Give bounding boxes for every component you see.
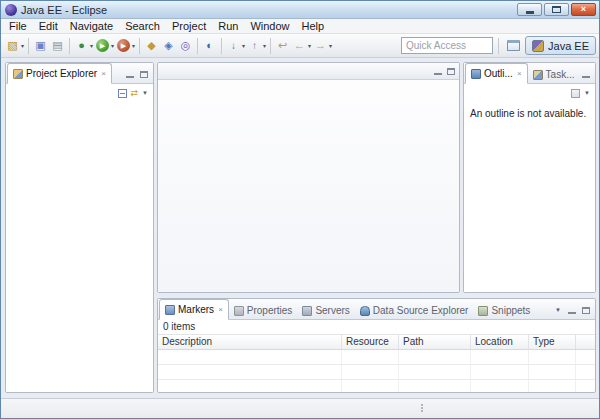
close-tab-icon[interactable]: × xyxy=(218,306,223,314)
new-wizard-button[interactable]: ▧ ▾ xyxy=(4,36,25,55)
next-annotation-icon: ↓ xyxy=(226,38,241,53)
close-tab-icon[interactable]: × xyxy=(101,70,106,78)
maximize-icon xyxy=(552,6,561,13)
table-cell xyxy=(576,380,595,392)
titlebar: Java EE - Eclipse × xyxy=(1,1,599,19)
save-button[interactable]: ▣ xyxy=(32,36,49,55)
menu-navigate[interactable]: Navigate xyxy=(64,19,119,34)
table-cell xyxy=(342,380,399,392)
debug-icon: ● xyxy=(74,38,89,53)
maximize-view-button[interactable] xyxy=(579,304,592,316)
chevron-down-icon: ▾ xyxy=(329,42,332,49)
forward-icon: → xyxy=(313,38,328,53)
tab-snippets-label: Snippets xyxy=(491,305,530,316)
outline-tabbar: Outli... × Task... xyxy=(464,63,595,84)
menu-help[interactable]: Help xyxy=(296,19,331,34)
project-explorer-panel: Project Explorer × ⇄ ▼ xyxy=(5,62,154,393)
maximize-button[interactable] xyxy=(544,3,569,16)
editor-header xyxy=(158,63,459,80)
view-menu-icon[interactable]: ▼ xyxy=(142,90,148,96)
maximize-view-icon xyxy=(582,307,590,314)
view-header-buttons: ▼ xyxy=(555,304,594,319)
view-menu-icon[interactable]: ▼ xyxy=(555,307,561,313)
markers-icon xyxy=(165,305,175,315)
outline-panel: Outli... × Task... ▼ An outline is not a… xyxy=(463,62,596,293)
tab-markers[interactable]: Markers × xyxy=(159,299,229,320)
markers-panel: Markers × Properties Servers Data Source… xyxy=(157,298,596,393)
new-servlet-button[interactable]: ◎ xyxy=(177,36,194,55)
table-cell xyxy=(576,350,595,364)
menu-edit[interactable]: Edit xyxy=(33,19,64,34)
menu-bar: File Edit Navigate Search Project Run Wi… xyxy=(1,19,599,34)
outline-toolbar-icon[interactable] xyxy=(571,89,580,98)
tab-snippets[interactable]: Snippets xyxy=(473,302,535,319)
new-dynamic-web-project-icon: ◈ xyxy=(161,38,176,53)
minimize-view-button[interactable] xyxy=(123,68,136,80)
workbench: Project Explorer × ⇄ ▼ xyxy=(1,58,599,398)
column-header-type[interactable]: Type xyxy=(529,335,576,349)
minimize-view-button[interactable] xyxy=(565,304,578,316)
column-header-resource[interactable]: Resource xyxy=(342,335,399,349)
run-button[interactable]: ▶ ▾ xyxy=(94,36,115,55)
search-button[interactable]: ◐ xyxy=(201,36,218,55)
new-dynamic-web-project-button[interactable]: ◈ xyxy=(160,36,177,55)
close-tab-icon[interactable]: × xyxy=(517,70,522,78)
previous-annotation-button[interactable]: ↑ ▾ xyxy=(246,36,267,55)
run-icon: ▶ xyxy=(96,39,109,52)
view-menu-icon[interactable]: ▼ xyxy=(584,90,590,96)
tab-outline[interactable]: Outli... × xyxy=(465,63,528,84)
menu-window[interactable]: Window xyxy=(244,19,295,34)
tab-project-explorer[interactable]: Project Explorer × xyxy=(7,63,112,84)
column-header-description[interactable]: Description xyxy=(158,335,342,349)
back-button[interactable]: ← ▾ xyxy=(291,36,312,55)
chevron-down-icon: ▾ xyxy=(90,42,93,49)
menu-run[interactable]: Run xyxy=(212,19,244,34)
tab-servers[interactable]: Servers xyxy=(297,302,354,319)
quick-access-input[interactable] xyxy=(401,37,493,54)
open-perspective-icon xyxy=(507,40,520,51)
sash-grip[interactable] xyxy=(421,404,423,412)
table-row xyxy=(158,365,595,380)
minimize-view-button[interactable] xyxy=(579,68,592,80)
new-ejb-project-button[interactable]: ◆ xyxy=(143,36,160,55)
tab-data-source-explorer[interactable]: Data Source Explorer xyxy=(355,302,474,319)
maximize-view-button[interactable] xyxy=(444,65,457,77)
menu-search[interactable]: Search xyxy=(119,19,166,34)
forward-button[interactable]: → ▾ xyxy=(312,36,333,55)
link-with-editor-icon[interactable]: ⇄ xyxy=(131,89,139,98)
minimize-button[interactable] xyxy=(517,3,542,16)
minimize-view-icon xyxy=(582,76,590,78)
table-cell xyxy=(471,350,529,364)
column-header-location[interactable]: Location xyxy=(471,335,529,349)
toolbar-separator xyxy=(221,38,222,54)
outline-toolbar: ▼ xyxy=(464,84,595,102)
tab-properties[interactable]: Properties xyxy=(229,302,298,319)
column-header-path[interactable]: Path xyxy=(399,335,471,349)
print-button[interactable]: ▤ xyxy=(49,36,66,55)
maximize-view-button[interactable] xyxy=(137,68,150,80)
project-explorer-tabbar: Project Explorer × xyxy=(6,63,153,84)
maximize-view-button[interactable] xyxy=(593,68,596,80)
external-tools-button[interactable]: ▶ ▾ xyxy=(115,36,136,55)
last-edit-location-button[interactable]: ↩ xyxy=(274,36,291,55)
menu-file[interactable]: File xyxy=(3,19,33,34)
next-annotation-button[interactable]: ↓ ▾ xyxy=(225,36,246,55)
debug-button[interactable]: ● ▾ xyxy=(73,36,94,55)
java-ee-perspective-button[interactable]: Java EE xyxy=(525,36,596,55)
eclipse-logo-icon xyxy=(5,4,17,16)
print-icon: ▤ xyxy=(50,38,65,53)
close-button[interactable]: × xyxy=(571,3,596,16)
table-cell xyxy=(471,380,529,392)
table-cell xyxy=(399,380,471,392)
toolbar-separator xyxy=(498,38,499,54)
minimize-view-button[interactable] xyxy=(431,65,444,77)
menu-project[interactable]: Project xyxy=(166,19,212,34)
collapse-all-icon[interactable] xyxy=(118,89,127,98)
table-cell xyxy=(399,365,471,379)
main-toolbar: ▧ ▾ ▣ ▤ ● ▾ ▶ ▾ ▶ ▾ ◆ ◈ ◎ xyxy=(1,34,599,58)
open-perspective-button[interactable] xyxy=(504,37,522,55)
new-servlet-icon: ◎ xyxy=(178,38,193,53)
tab-task-list[interactable]: Task... xyxy=(528,66,580,83)
back-icon: ← xyxy=(292,38,307,53)
tab-outline-label: Outli... xyxy=(484,68,513,79)
